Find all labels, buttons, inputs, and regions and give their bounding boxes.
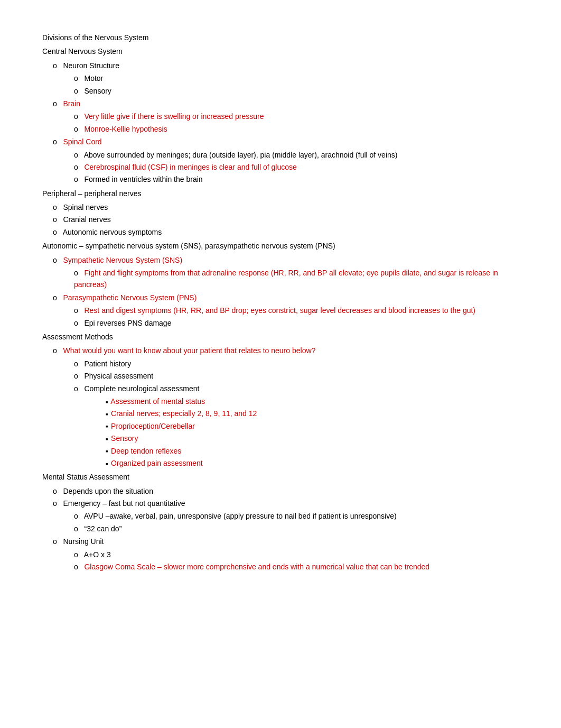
sensory-item: Sensory xyxy=(74,85,519,97)
assessment-heading: Assessment Methods xyxy=(42,331,519,343)
assessment-question-item: What would you want to know about your p… xyxy=(53,345,519,469)
neuron-sub-list: Motor Sensory xyxy=(53,72,519,97)
32-can-do-item: “32 can do” xyxy=(74,523,519,535)
spinal-cord-item: Spinal Cord Above surrounded by meninges… xyxy=(53,136,519,186)
assessment-list: What would you want to know about your p… xyxy=(42,345,519,469)
cranial-nerves-sub: Cranial nerves; especially 2, 8, 9, 11, … xyxy=(106,408,519,419)
nursing-sub-list: A+O x 3 Glasgow Coma Scale – slower more… xyxy=(53,549,519,573)
pain-assessment-sub: Organized pain assessment xyxy=(106,457,519,469)
autonomic-list: Sympathetic Nervous System (SNS) Fight a… xyxy=(42,254,519,329)
page-content: Divisions of the Nervous System Central … xyxy=(42,32,519,573)
brain-item: Brain Very little give if there is swell… xyxy=(53,98,519,135)
neuron-structure-item: Neuron Structure Motor Sensory xyxy=(53,60,519,97)
avpu-item: AVPU –awake, verbal, pain, unresponsive … xyxy=(74,510,519,522)
divisions-heading: Divisions of the Nervous System xyxy=(42,32,519,43)
sns-item: Sympathetic Nervous System (SNS) Fight a… xyxy=(53,254,519,291)
cns-list: Neuron Structure Motor Sensory Brain Ver… xyxy=(42,60,519,186)
complete-neuro-item: Complete neurological assessment Assessm… xyxy=(74,383,519,469)
proprioception-sub: Proprioception/Cerebellar xyxy=(106,420,519,432)
physical-assessment-item: Physical assessment xyxy=(74,370,519,382)
spinal-sub-3: Formed in ventricles within the brain xyxy=(74,173,519,185)
sns-sub-1: Fight and flight symptoms from that adre… xyxy=(74,267,519,291)
mental-status-list: Depends upon the situation Emergency – f… xyxy=(42,485,519,573)
pns-item: Parasympathetic Nervous System (PNS) Res… xyxy=(53,292,519,329)
autonomic-heading: Autonomic – sympathetic nervous system (… xyxy=(42,240,519,252)
pns-sub-2: Epi reverses PNS damage xyxy=(74,317,519,329)
depends-item: Depends upon the situation xyxy=(53,485,519,497)
pns-sub-1: Rest and digest symptoms (HR, RR, and BP… xyxy=(74,305,519,316)
spinal-sub-1: Above surrounded by meninges; dura (outs… xyxy=(74,149,519,161)
spinal-sub-2: Cerebrospinal fluid (CSF) in meninges is… xyxy=(74,161,519,173)
cns-heading: Central Nervous System xyxy=(42,45,519,57)
sensory-sub: Sensory xyxy=(106,432,519,444)
emergency-item: Emergency – fast but not quantitative AV… xyxy=(53,497,519,535)
brain-sub-2: Monroe-Kellie hypothesis xyxy=(74,123,519,135)
pns-sub-list: Rest and digest symptoms (HR, RR, and BP… xyxy=(53,305,519,329)
cranial-nerves-item: Cranial nerves xyxy=(53,214,519,225)
assessment-sub-list: Patient history Physical assessment Comp… xyxy=(53,358,519,469)
autonomic-symptoms-item: Autonomic nervous symptoms xyxy=(53,226,519,238)
mental-status-heading: Mental Status Assessment xyxy=(42,471,519,483)
brain-sub-1: Very little give if there is swelling or… xyxy=(74,110,519,122)
motor-item: Motor xyxy=(74,72,519,84)
brain-sub-list: Very little give if there is swelling or… xyxy=(53,110,519,135)
patient-history-item: Patient history xyxy=(74,358,519,370)
glasgow-item: Glasgow Coma Scale – slower more compreh… xyxy=(74,561,519,573)
peripheral-list: Spinal nerves Cranial nerves Autonomic n… xyxy=(42,201,519,238)
deep-tendon-sub: Deep tendon reflexes xyxy=(106,445,519,457)
emergency-sub-list: AVPU –awake, verbal, pain, unresponsive … xyxy=(53,510,519,535)
mental-status-sub: Assessment of mental status xyxy=(106,395,519,407)
aox3-item: A+O x 3 xyxy=(74,549,519,560)
spinal-nerves-item: Spinal nerves xyxy=(53,201,519,213)
nursing-unit-item: Nursing Unit A+O x 3 Glasgow Coma Scale … xyxy=(53,536,519,573)
peripheral-heading: Peripheral – peripheral nerves xyxy=(42,188,519,199)
spinal-cord-sub-list: Above surrounded by meninges; dura (outs… xyxy=(53,149,519,186)
neuro-sub-list: Assessment of mental status Cranial nerv… xyxy=(74,395,519,469)
sns-sub-list: Fight and flight symptoms from that adre… xyxy=(53,267,519,291)
